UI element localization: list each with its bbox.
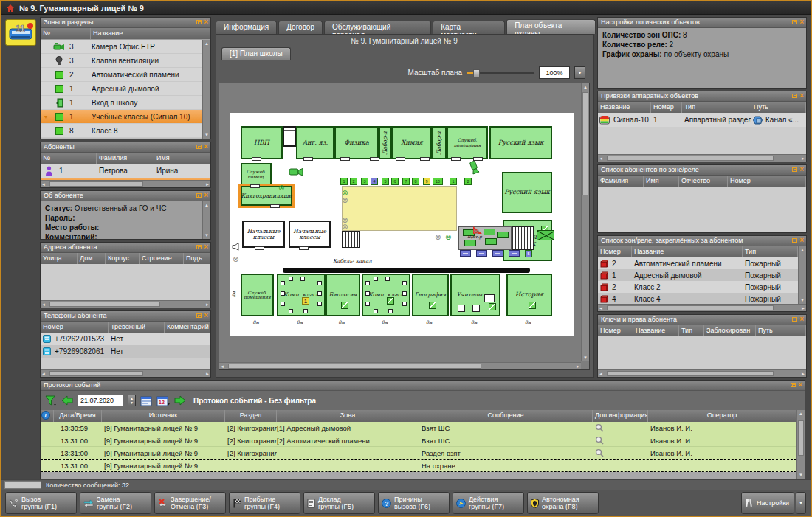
zone-tree-row[interactable]: 3 Камера Офис FTP xyxy=(41,40,202,54)
close-panel-icon[interactable]: × xyxy=(204,243,208,251)
abonents-hscrollbar[interactable]: ◄► xyxy=(41,180,210,187)
zone-tree-row[interactable]: ▼ 1 Учебные классы (Сигнал 10) xyxy=(41,110,202,124)
plan-hscrollbar[interactable]: ◄► xyxy=(219,362,581,369)
plan-room[interactable]: Лабор-я xyxy=(379,126,392,159)
tab-Карта местности[interactable]: Карта местности xyxy=(433,21,505,34)
float-panel-icon[interactable] xyxy=(791,383,796,387)
zone-check-mark[interactable] xyxy=(429,302,436,309)
address-col[interactable]: Дом xyxy=(78,253,106,264)
plan-zone-square[interactable]: 7 xyxy=(402,178,410,185)
plan-vscrollbar[interactable]: ▲▼ xyxy=(581,83,589,361)
float-panel-icon[interactable] xyxy=(196,193,202,198)
keys-col[interactable]: Путь xyxy=(756,325,806,336)
zone-tree-row[interactable]: 8 Класс 8 xyxy=(41,124,202,138)
group-vehicle-icon[interactable]: 11 xyxy=(5,19,36,46)
speaker-icon[interactable] xyxy=(232,243,241,251)
calendar-day-icon[interactable]: 12 xyxy=(156,395,170,406)
event-log-vscrollbar[interactable]: ▲▼ xyxy=(796,410,805,479)
plan-room[interactable]: Комп. класс8м xyxy=(362,274,410,316)
address-col[interactable]: Строение xyxy=(140,253,184,264)
phones-col[interactable]: Номер xyxy=(41,322,109,333)
plan-zone-square[interactable]: 6 xyxy=(391,178,399,185)
hardware-panel-header[interactable]: Привязки аппаратных объектов × xyxy=(598,91,806,102)
tab-Обслуживающий персонал[interactable]: Обслуживающий персонал xyxy=(324,21,431,34)
toolbar-button-8[interactable]: Автономнаяохрана (F8) xyxy=(527,492,599,514)
event-row[interactable]: 13:31:00 [9] Гуманитарный лицей № 9 [2] … xyxy=(41,434,796,447)
detector-symbol[interactable]: ⊗ xyxy=(435,234,441,241)
plan-zone-square[interactable]: 8 xyxy=(412,178,419,185)
hardware-col[interactable]: Тип xyxy=(682,102,751,113)
about-panel-header[interactable]: Об абоненте × xyxy=(41,191,210,201)
scale-dropdown-icon[interactable]: ▼ xyxy=(574,66,585,79)
settings-dropdown-icon[interactable]: ▼ xyxy=(796,492,806,514)
plan-room[interactable]: НВП xyxy=(241,126,283,159)
keys-hscrollbar[interactable]: ◄► xyxy=(598,369,806,377)
float-panel-icon[interactable] xyxy=(792,94,797,98)
plan-room[interactable]: Лабор-я xyxy=(432,126,447,159)
next-day-icon[interactable] xyxy=(174,395,186,406)
plan-room[interactable]: Комп. класс18м xyxy=(277,274,326,316)
hardware-col[interactable]: Название xyxy=(598,102,651,113)
logic-panel-header[interactable]: Настройки логических объектов × xyxy=(598,18,806,28)
detector-symbol[interactable]: ⊗ xyxy=(473,228,479,235)
addresses-panel-header[interactable]: Адреса абонента × xyxy=(41,243,210,253)
abonents-by-zone-col[interactable]: Отчество xyxy=(679,176,728,187)
float-panel-icon[interactable] xyxy=(196,313,202,318)
filter-funnel-icon[interactable] xyxy=(45,395,57,406)
blue-device[interactable] xyxy=(509,250,520,257)
blue-device-numbered[interactable]: 5 xyxy=(525,250,532,257)
zone-tree-row[interactable]: 1 Адресный дымовой xyxy=(41,82,202,96)
detector-symbol[interactable]: ⊗ xyxy=(342,223,348,231)
zones-of-abonent-col[interactable]: Тип xyxy=(743,246,798,257)
plan-zone-square[interactable]: 9 xyxy=(423,178,430,185)
address-col[interactable]: Подъ xyxy=(184,253,210,264)
detector-symbol[interactable]: ⊗ xyxy=(278,184,284,192)
close-panel-icon[interactable]: × xyxy=(799,92,804,100)
close-panel-icon[interactable]: × xyxy=(799,316,804,323)
plan-room[interactable]: География8м xyxy=(412,274,449,316)
close-panel-icon[interactable]: × xyxy=(204,192,208,199)
hardware-col[interactable]: Путь xyxy=(751,102,806,113)
zones-of-abonent-col[interactable]: Номер xyxy=(598,246,632,257)
date-spinner[interactable]: ▲▼ xyxy=(128,395,136,406)
plan-room[interactable]: Биология8м xyxy=(326,274,360,316)
zones-col-num[interactable]: № xyxy=(41,28,91,39)
scale-value[interactable]: 100% xyxy=(539,66,570,79)
zones-of-abonent-col[interactable]: Название xyxy=(632,246,743,257)
plan-zone-square[interactable]: 5 xyxy=(382,178,389,185)
plan-subtab[interactable]: [1] План школы xyxy=(221,47,291,60)
toolbar-button-7[interactable]: Действиягруппы (F7) xyxy=(453,492,524,514)
detector-symbol[interactable]: ⊗ xyxy=(233,256,238,263)
zone-of-abonent-row[interactable]: 4 Класс 4 Пожарный xyxy=(598,293,798,305)
float-panel-icon[interactable] xyxy=(792,238,797,243)
abonents-by-zone-header[interactable]: Список абонентов по зоне/реле × xyxy=(598,165,806,176)
tab-Договор[interactable]: Договор xyxy=(278,21,323,34)
zone-tree-row[interactable]: 1 Вход в школу xyxy=(41,96,202,110)
address-col[interactable]: Корпус xyxy=(106,253,140,264)
event-col[interactable]: Раздел xyxy=(225,410,277,422)
abonents-by-zone-col[interactable]: Фамилия xyxy=(598,176,644,187)
plan-room[interactable]: Русский язык xyxy=(502,172,552,213)
abonents-col[interactable]: Имя xyxy=(154,153,210,164)
close-panel-icon[interactable]: × xyxy=(204,143,208,150)
event-col[interactable]: Зона xyxy=(277,410,419,422)
close-panel-icon[interactable]: × xyxy=(799,166,804,173)
plan-room[interactable]: Служеб. помещения8м xyxy=(241,274,274,316)
phones-col[interactable]: Комментарий xyxy=(165,322,210,333)
close-panel-icon[interactable]: × xyxy=(799,18,804,26)
date-input[interactable]: 21.07.2020 xyxy=(78,395,123,406)
abonents-by-zone-col[interactable]: Номер xyxy=(728,176,806,187)
float-panel-icon[interactable] xyxy=(792,167,797,172)
float-panel-icon[interactable] xyxy=(792,317,797,322)
equipment-block[interactable] xyxy=(497,232,509,238)
event-row[interactable]: 13:30:59 [9] Гуманитарный лицей № 9 [2] … xyxy=(41,422,796,434)
zones-vscrollbar[interactable]: ▲▼ xyxy=(202,40,210,139)
zone-check-mark[interactable] xyxy=(489,303,496,310)
detector-symbol[interactable]: ⊗ xyxy=(342,197,348,204)
hardware-col[interactable]: Номер xyxy=(651,102,682,113)
abonents-panel-header[interactable]: Абоненты × xyxy=(41,142,210,153)
plan-room[interactable]: Служеб. помещения xyxy=(447,126,488,159)
event-row[interactable]: 13:31:00 [9] Гуманитарный лицей № 9 [2] … xyxy=(41,447,796,459)
zone-check-mark[interactable] xyxy=(341,302,348,309)
toolbar-button-6[interactable]: ? Причинывызова (F6) xyxy=(378,492,450,514)
